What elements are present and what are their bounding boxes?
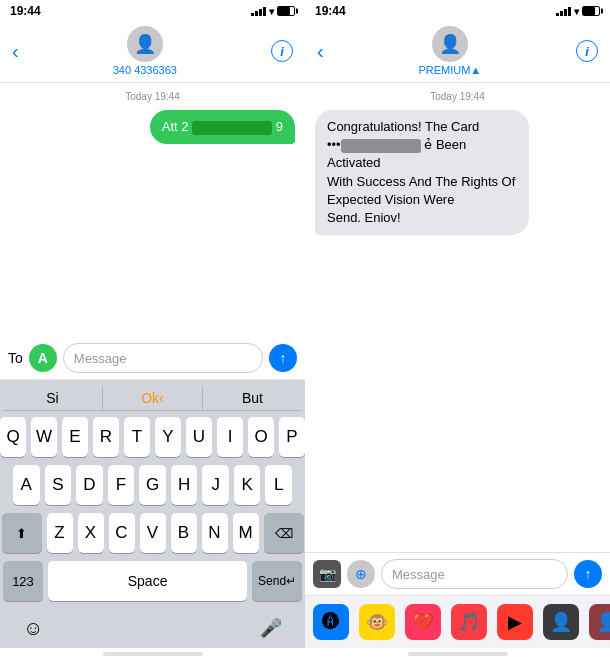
left-status-bar: 19:44 ▾ [0,0,305,22]
key-p[interactable]: P [279,417,305,457]
suggestion-si[interactable]: Si [3,386,103,410]
right-status-bar: 19:44 ▾ [305,0,610,22]
key-n[interactable]: N [202,513,228,553]
right-bubble-line5: Send. Eniov! [327,210,401,225]
right-appstore-icon[interactable]: 🅐 [313,604,349,640]
right-phone: 19:44 ▾ ‹ 👤 PREMIUM▲ i Today 19:44 Congr… [305,0,610,660]
key-x[interactable]: X [78,513,104,553]
right-bubble-line4: Expected Vision Were [327,192,454,207]
right-appstore-button[interactable]: ⊕ [347,560,375,588]
key-a[interactable]: A [13,465,40,505]
keyboard-bottom-bar: ☺ 🎤 [3,609,302,644]
right-home-indicator [408,652,508,656]
right-incoming-bubble: Congratulations! The Card ••• ẻ Been Act… [315,110,529,235]
key-y[interactable]: Y [155,417,181,457]
left-time: 19:44 [10,4,41,18]
left-message-input[interactable]: Message [63,343,263,373]
left-back-button[interactable]: ‹ [12,40,19,63]
left-avatar: 👤 [127,26,163,62]
key-w[interactable]: W [31,417,57,457]
right-message-placeholder: Message [392,567,445,582]
left-contact-info[interactable]: 👤 340 4336363 [113,26,177,76]
left-signal-icon [251,6,266,16]
left-info-button[interactable]: i [271,40,293,62]
key-shift[interactable]: ⬆ [2,513,42,553]
right-send-button[interactable]: ↑ [574,560,602,588]
left-suggestions: Si Ok‹ But [3,386,302,411]
key-v[interactable]: V [140,513,166,553]
key-g[interactable]: G [139,465,166,505]
left-send-button[interactable]: ↑ [269,344,297,372]
left-outgoing-row: Att 2 9 [10,110,295,144]
right-back-button[interactable]: ‹ [317,40,324,63]
key-f[interactable]: F [108,465,135,505]
key-z[interactable]: Z [47,513,73,553]
key-o[interactable]: O [248,417,274,457]
right-music-icon[interactable]: 🎵 [451,604,487,640]
key-123[interactable]: 123 [3,561,43,601]
right-redacted: ••• ẻ Been Activated [327,137,466,170]
right-avatar-icon: 👤 [439,33,461,55]
right-heart-icon[interactable]: 💔 [405,604,441,640]
right-time: 19:44 [315,4,346,18]
mic-button[interactable]: 🎤 [260,617,282,640]
key-e[interactable]: E [62,417,88,457]
left-message-area: Today 19:44 Att 2 9 [0,83,305,337]
key-r[interactable]: R [93,417,119,457]
right-message-area: Today 19:44 Congratulations! The Card ••… [305,83,610,552]
left-phone: 19:44 ▾ ‹ 👤 340 4336363 i Today 19:44 At… [0,0,305,660]
left-status-icons: ▾ [251,6,295,17]
suggestion-ok[interactable]: Ok‹ [103,386,203,410]
key-space[interactable]: Space [48,561,247,601]
left-contact-name: 340 4336363 [113,64,177,76]
right-battery-icon [582,6,600,16]
left-to-label: To [8,350,23,366]
key-c[interactable]: C [109,513,135,553]
right-info-button[interactable]: i [576,40,598,62]
right-bubble-line3: With Success And The Rights Of [327,174,515,189]
key-delete[interactable]: ⌫ [264,513,304,553]
right-signal-icon [556,6,571,16]
right-contact-info[interactable]: 👤 PREMIUM▲ [418,26,481,76]
key-d[interactable]: D [76,465,103,505]
emoji-button[interactable]: ☺ [23,617,43,640]
right-input-bar: 📷 ⊕ Message ↑ [305,552,610,595]
left-bubble-suffix: 9 [276,119,283,134]
left-outgoing-bubble: Att 2 9 [150,110,295,144]
right-bubble-line1: Congratulations! The Card [327,119,479,134]
key-t[interactable]: T [124,417,150,457]
left-wifi-icon: ▾ [269,6,274,17]
right-monkey-icon[interactable]: 🐵 [359,604,395,640]
key-h[interactable]: H [171,465,198,505]
right-user-icon-2[interactable]: 👤 [589,604,610,640]
key-l[interactable]: L [265,465,292,505]
key-send[interactable]: Send↵ [252,561,302,601]
keyboard-row-3: ⬆ Z X C V B N M ⌫ [3,513,302,553]
left-timestamp: Today 19:44 [10,91,295,102]
left-battery-icon [277,6,295,16]
key-s[interactable]: S [45,465,72,505]
right-message-input[interactable]: Message [381,559,568,589]
suggestion-but[interactable]: But [203,386,302,410]
left-redacted-text [192,121,272,135]
right-timestamp: Today 19:44 [315,91,600,102]
right-status-icons: ▾ [556,6,600,17]
key-u[interactable]: U [186,417,212,457]
left-nav-bar: ‹ 👤 340 4336363 i [0,22,305,83]
key-k[interactable]: K [234,465,261,505]
right-avatar: 👤 [432,26,468,62]
right-nav-bar: ‹ 👤 PREMIUM▲ i [305,22,610,83]
right-user-icon-1[interactable]: 👤 [543,604,579,640]
left-message-placeholder: Message [74,351,127,366]
right-youtube-icon[interactable]: ▶ [497,604,533,640]
left-home-indicator [103,652,203,656]
key-i[interactable]: I [217,417,243,457]
key-q[interactable]: Q [0,417,26,457]
left-bubble-prefix: Att 2 [162,119,189,134]
keyboard-row-2: A S D F G H J K L [3,465,302,505]
right-camera-button[interactable]: 📷 [313,560,341,588]
left-to-bar: To A Message ↑ [0,337,305,380]
key-b[interactable]: B [171,513,197,553]
key-m[interactable]: M [233,513,259,553]
key-j[interactable]: J [202,465,229,505]
